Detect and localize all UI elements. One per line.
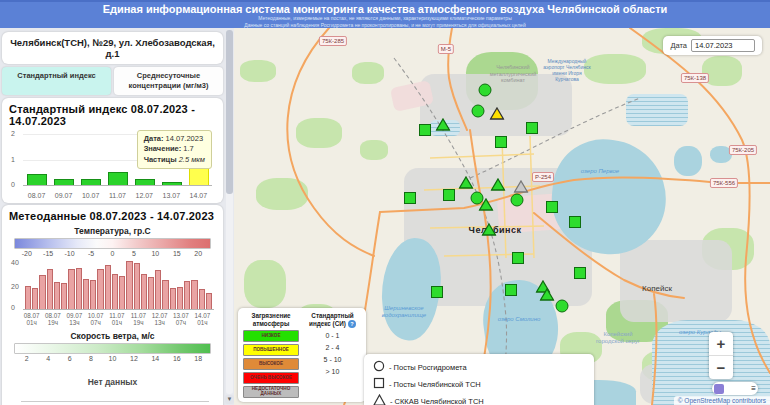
map-mini-control[interactable]: ≡ <box>712 382 758 395</box>
date-label: Дата <box>670 41 687 50</box>
tabs: Стандартный индекс Среднесуточные концен… <box>2 67 223 95</box>
scroll-down-arrow[interactable]: ▼ <box>225 395 234 404</box>
map-marker-square[interactable] <box>505 284 517 296</box>
map-marker-square[interactable] <box>512 252 524 264</box>
temperature-bar[interactable] <box>134 263 140 309</box>
place-label: озеро Первое <box>580 168 620 175</box>
temperature-tick: 10 <box>145 250 166 257</box>
scrollbar-thumb[interactable] <box>226 30 233 194</box>
map-marker-square[interactable] <box>574 267 586 279</box>
temperature-bar[interactable] <box>68 269 74 309</box>
circle-icon <box>373 360 385 374</box>
map-marker-circle[interactable] <box>511 194 524 207</box>
temperature-bar[interactable] <box>76 268 82 309</box>
road-ref-label: 75К-285 <box>319 36 347 46</box>
standard-index-title: Стандартный индекс 08.07.2023 - 14.07.20… <box>9 103 217 127</box>
pollution-level-chip: ВЫСОКОЕ <box>243 358 299 370</box>
temperature-bar[interactable] <box>47 269 53 309</box>
map-marker-square[interactable] <box>404 192 416 204</box>
map-marker-circle[interactable] <box>479 84 492 97</box>
index-bar[interactable] <box>27 174 47 184</box>
marker-legend-row: - СККАВ Челябинской ТСН <box>373 394 585 405</box>
map-marker-triangle[interactable] <box>490 106 505 124</box>
index-bar[interactable] <box>162 182 182 185</box>
pollution-level-chip: НЕДОСТАТОЧНО ДАННЫХ <box>243 386 299 398</box>
wind-tick: 10 <box>102 355 123 362</box>
map-marker-triangle[interactable] <box>540 287 555 305</box>
index-x-label: 08.07 <box>28 192 46 199</box>
tooltip-label: Дата: <box>144 134 164 143</box>
temperature-bar[interactable] <box>155 270 161 308</box>
y-tick: 2 <box>11 130 15 137</box>
temperature-bar[interactable] <box>112 274 118 309</box>
temperature-bar[interactable] <box>170 288 176 308</box>
index-x-labels: 08.0709.0710.0711.0712.0713.0714.07 <box>23 192 212 199</box>
temperature-bar[interactable] <box>97 269 103 309</box>
map-attribution[interactable]: © OpenStreetMap contributors <box>674 396 770 405</box>
wind-tick: 18 <box>188 355 209 362</box>
temperature-bar[interactable] <box>119 276 125 308</box>
square-shape <box>404 192 416 204</box>
temperature-bar[interactable] <box>141 274 147 309</box>
tab-daily-concentrations[interactable]: Среднесуточные концентрации (мг/м3) <box>114 67 223 95</box>
temperature-bar[interactable] <box>177 287 183 309</box>
zoom-out-button[interactable]: − <box>709 355 733 379</box>
map-marker-square[interactable] <box>443 189 455 201</box>
map-marker-circle[interactable] <box>556 300 569 313</box>
temperature-bar[interactable] <box>162 280 168 309</box>
temperature-bar[interactable] <box>148 277 154 308</box>
index-bar[interactable] <box>108 172 128 185</box>
map-marker-square[interactable] <box>546 201 558 213</box>
temperature-tick: -20 <box>16 250 37 257</box>
app-title: Единая информационная система мониторинг… <box>0 2 770 15</box>
pollution-level-chip: ПОВЫШЕННОЕ <box>243 344 299 356</box>
temperature-bar[interactable] <box>39 275 45 309</box>
temperature-bar[interactable] <box>54 282 60 308</box>
sidebar-scrollbar[interactable] <box>226 30 233 394</box>
index-bar[interactable] <box>54 179 74 184</box>
place-label: Шершневское водохранилище <box>373 305 435 319</box>
map-marker-square[interactable] <box>569 216 581 228</box>
index-bar[interactable] <box>81 179 101 184</box>
map-marker-triangle[interactable] <box>459 175 474 193</box>
date-input[interactable] <box>691 39 755 52</box>
square-shape <box>495 136 507 148</box>
temperature-bar[interactable] <box>61 283 67 308</box>
temperature-bar[interactable] <box>105 265 111 308</box>
map-canvas[interactable]: 75К-285М-5Р-25475К-13875К-20575К-556 Чел… <box>234 28 770 405</box>
temperature-bar[interactable] <box>206 293 212 309</box>
menu-icon: ≡ <box>751 384 756 394</box>
temperature-tick: 20 <box>188 250 209 257</box>
tooltip-value: 14.07.2023 <box>166 134 204 143</box>
info-icon[interactable]: ? <box>348 320 356 328</box>
map-marker-circle[interactable] <box>472 105 485 118</box>
map-marker-triangle[interactable] <box>436 117 451 135</box>
purple-badge-icon <box>714 384 724 394</box>
temperature-bar[interactable] <box>83 279 89 309</box>
index-bar[interactable] <box>135 179 155 184</box>
temperature-bar[interactable] <box>32 288 38 308</box>
map-marker-triangle[interactable] <box>482 222 497 240</box>
marker-legend-label: - Посты Росгидромета <box>389 363 467 372</box>
date-control: Дата <box>663 36 762 55</box>
temperature-bar[interactable] <box>199 289 205 308</box>
map-marker-square[interactable] <box>526 122 538 134</box>
si-range: 0 - 1 <box>304 330 361 340</box>
map-marker-square[interactable] <box>431 286 443 298</box>
tab-standard-index[interactable]: Стандартный индекс <box>2 67 111 95</box>
map-marker-square[interactable] <box>419 124 431 136</box>
wind-tick: 2 <box>16 355 37 362</box>
wind-tick: 4 <box>37 355 58 362</box>
map-marker-square[interactable] <box>495 136 507 148</box>
temperature-bars <box>23 261 214 310</box>
temperature-bar[interactable] <box>126 261 132 309</box>
marker-legend: - Посты Росгидромета- Посты Челябинской … <box>364 354 594 405</box>
temperature-bar[interactable] <box>191 280 197 309</box>
chart-tooltip: Дата: 14.07.2023 Значение: 1.7 Частицы 2… <box>137 130 212 170</box>
temperature-bar[interactable] <box>184 281 190 309</box>
temperature-bar[interactable] <box>25 286 31 309</box>
zoom-in-button[interactable]: + <box>709 332 733 355</box>
map-marker-triangle[interactable] <box>491 177 506 195</box>
temperature-bar[interactable] <box>90 280 96 309</box>
map-marker-triangle[interactable] <box>479 197 494 215</box>
